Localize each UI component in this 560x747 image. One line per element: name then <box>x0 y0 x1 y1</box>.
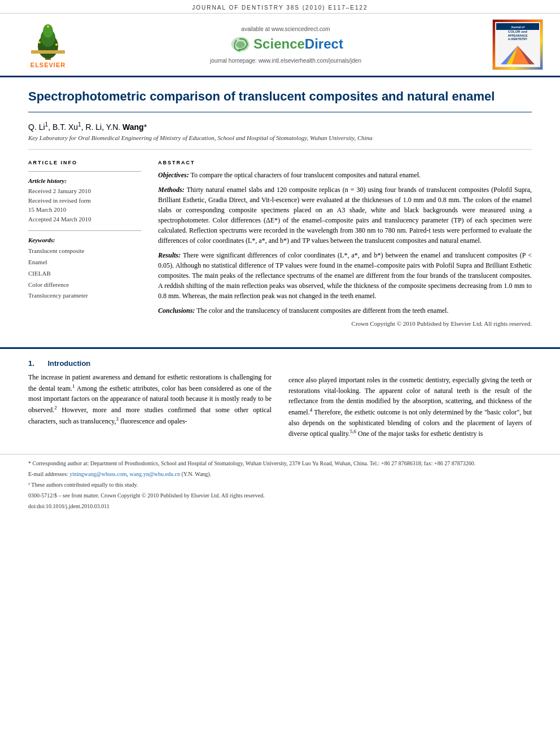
results-text: There were significant differences of co… <box>158 251 532 300</box>
body-section: 1. Introduction The increase in patient … <box>0 347 560 454</box>
article-info-heading: ARTICLE INFO <box>28 160 141 165</box>
keyword-3: CIELAB <box>28 268 141 279</box>
available-text: available at www.sciencedirect.com <box>241 26 330 32</box>
keyword-1: Translucent composite <box>28 246 141 257</box>
article-info-abstract: ARTICLE INFO Article history: Received 2… <box>28 160 532 327</box>
abstract-heading: ABSTRACT <box>158 160 532 165</box>
email-link-1[interactable]: yiningwang@whuss.com <box>69 471 126 477</box>
footnotes: * Corresponding author at: Department of… <box>0 454 560 518</box>
svg-text:Journal of: Journal of <box>511 25 525 29</box>
sciencedirect-center: available at www.sciencedirect.com Scien… <box>79 26 492 64</box>
journal-thumbnail: Journal of COLOR and APPEARANCE in DENTI… <box>492 19 543 70</box>
direct-text: Direct <box>305 36 343 51</box>
article-history: Article history: Received 2 January 2010… <box>28 177 141 224</box>
journal-header: JOURNAL OF DENTISTRY 38S (2010) E117–E12… <box>0 0 560 14</box>
conclusions-text: The color and the translucency of transl… <box>196 307 448 314</box>
svg-point-5 <box>55 43 58 46</box>
svg-point-4 <box>38 41 41 43</box>
email-line: E-mail addresses: yiningwang@whuss.com, … <box>28 470 532 479</box>
abstract-conclusions: Conclusions: The color and the transluce… <box>158 305 532 316</box>
elsevier-tree-icon <box>25 21 71 60</box>
article-info-column: ARTICLE INFO Article history: Received 2… <box>28 160 141 327</box>
footer-doi: doi:doi:10.1016/j.jdent.2010.03.011 <box>28 502 532 511</box>
section1-title: 1. Introduction <box>28 359 272 368</box>
copyright: Crown Copyright © 2010 Published by Else… <box>158 320 532 327</box>
received-date: Received 2 January 2010 <box>28 186 141 196</box>
svg-point-6 <box>47 25 49 28</box>
objectives-text: To compare the optical characters of fou… <box>190 171 421 179</box>
divider2 <box>28 230 141 231</box>
history-label: Article history: <box>28 177 141 184</box>
divider <box>28 171 141 172</box>
science-text: Science <box>253 36 305 51</box>
corresponding-text: Corresponding author at: Department of P… <box>33 460 476 466</box>
footer-copyright: 0300-5712/$ – see front matter. Crown Co… <box>28 491 532 500</box>
footnote-1: ¹ These authors contributed equally to t… <box>28 480 532 490</box>
section1-number: 1. <box>28 359 34 368</box>
intro-left-para: The increase in patient awareness and de… <box>28 372 272 426</box>
methods-label: Methods: <box>158 186 185 194</box>
journal-cover-icon: Journal of COLOR and APPEARANCE in DENTI… <box>495 22 540 67</box>
corresponding-author: * Corresponding author at: Department of… <box>28 459 532 468</box>
abstract-objectives: Objectives: To compare the optical chara… <box>158 170 532 180</box>
keyword-2: Enamel <box>28 257 141 268</box>
keywords-label: Keywords: <box>28 237 141 243</box>
article-title: Spectrophotometric comparison of translu… <box>28 89 532 112</box>
email-link-2[interactable]: wang.yn@whu.edu.cn <box>129 471 180 477</box>
homepage-text: journal homepage: www.intl.elsevierhealt… <box>210 58 361 64</box>
elsevier-label: ELSEVIER <box>30 62 65 68</box>
affiliation: Key Laboratory for Oral Biomedical Engin… <box>28 134 532 150</box>
article-content: Spectrophotometric comparison of translu… <box>0 77 560 347</box>
abstract-results: Results: There were significant differen… <box>158 250 532 301</box>
methods-text: Thirty natural enamel slabs and 120 comp… <box>158 186 532 244</box>
abstract-column: ABSTRACT Objectives: To compare the opti… <box>158 160 532 327</box>
authors: Q. Li1, B.T. Xu1, R. Li, Y.N. Wang* <box>28 121 532 132</box>
keyword-5: Translucency parameter <box>28 290 141 302</box>
abstract-methods: Methods: Thirty natural enamel slabs and… <box>158 185 532 246</box>
objectives-label: Objectives: <box>158 171 189 179</box>
svg-text:in DENTISTRY: in DENTISTRY <box>508 37 528 41</box>
revised-label: Received in revised form <box>28 196 141 206</box>
section1-heading: Introduction <box>47 359 90 368</box>
page: JOURNAL OF DENTISTRY 38S (2010) E117–E12… <box>0 0 560 747</box>
sciencedirect-icon <box>228 34 251 54</box>
revised-date: 15 March 2010 <box>28 205 141 215</box>
keywords-section: Keywords: Translucent composite Enamel C… <box>28 237 141 302</box>
conclusions-label: Conclusions: <box>158 307 195 314</box>
logo-bar: ELSEVIER available at www.sciencedirect.… <box>0 14 560 77</box>
doi-text: doi:10.1016/j.jdent.2010.03.011 <box>37 503 110 509</box>
svg-rect-7 <box>31 50 65 54</box>
journal-title: JOURNAL OF DENTISTRY 38S (2010) E117–E12… <box>192 5 368 11</box>
sd-logo: ScienceDirect <box>228 34 343 54</box>
svg-text:COLOR and: COLOR and <box>508 30 527 33</box>
body-left-col: 1. Introduction The increase in patient … <box>28 355 272 443</box>
body-right-col: cence also played important roles in the… <box>288 355 532 443</box>
intro-right-para: cence also played important roles in the… <box>288 375 532 439</box>
body-two-col: 1. Introduction The increase in patient … <box>28 355 532 443</box>
elsevier-logo: ELSEVIER <box>17 21 79 68</box>
keyword-4: Color difference <box>28 279 141 291</box>
accepted-date: Accepted 24 March 2010 <box>28 215 141 224</box>
results-label: Results: <box>158 251 181 259</box>
